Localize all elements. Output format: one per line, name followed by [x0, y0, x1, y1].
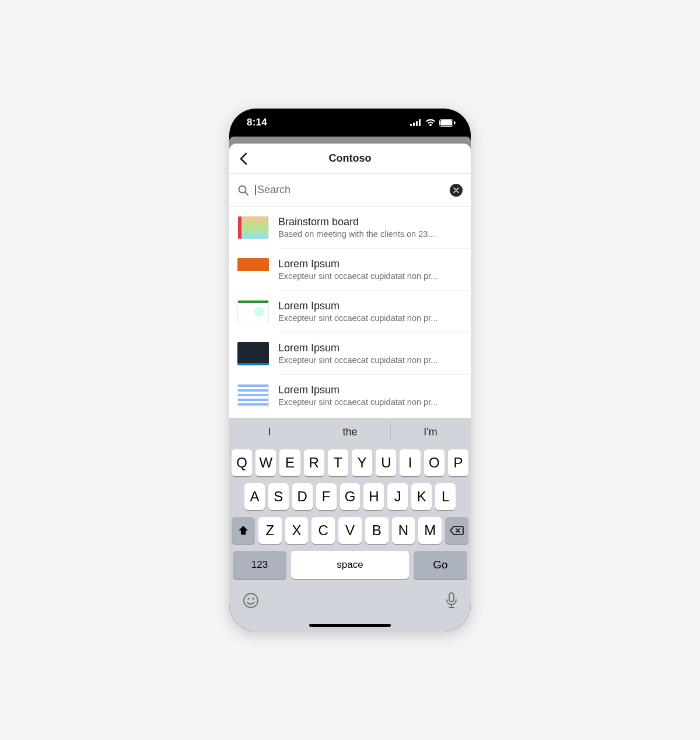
svg-line-8: [246, 192, 249, 195]
clear-search-button[interactable]: [450, 184, 463, 197]
item-subtitle: Excepteur sint occaecat cupidatat non pr…: [278, 397, 463, 407]
results-list: Brainstorm board Based on meeting with t…: [229, 207, 471, 418]
list-item[interactable]: Lorem Ipsum Excepteur sint occaecat cupi…: [237, 249, 471, 290]
key-q[interactable]: Q: [232, 449, 252, 476]
list-item[interactable]: Brainstorm board Based on meeting with t…: [237, 207, 471, 248]
key-u[interactable]: U: [376, 449, 396, 476]
thumbnail: [237, 384, 269, 407]
key-h[interactable]: H: [363, 483, 384, 510]
battery-icon: [439, 119, 456, 127]
space-key[interactable]: space: [291, 551, 409, 579]
phone-frame: 8:14 Contoso Search Brainsto: [229, 109, 471, 631]
key-x[interactable]: X: [285, 517, 309, 544]
key-y[interactable]: Y: [352, 449, 372, 476]
item-subtitle: Excepteur sint occaecat cupidatat non pr…: [278, 271, 463, 281]
thumbnail: [237, 300, 269, 323]
cellular-icon: [410, 119, 422, 126]
key-j[interactable]: J: [387, 483, 408, 510]
item-title: Lorem Ipsum: [278, 258, 463, 270]
svg-rect-3: [419, 119, 421, 126]
suggestion[interactable]: I: [229, 418, 310, 446]
suggestion[interactable]: I'm: [390, 418, 471, 446]
content-sheet: Contoso Search Brainstorm board Based on…: [229, 144, 471, 418]
svg-point-11: [252, 598, 254, 599]
item-title: Brainstorm board: [278, 216, 463, 228]
key-d[interactable]: D: [292, 483, 313, 510]
keyboard-row-2: A S D F G H J K L: [232, 483, 468, 510]
item-title: Lorem Ipsum: [278, 384, 463, 396]
back-button[interactable]: [229, 144, 257, 173]
svg-point-7: [239, 186, 246, 193]
status-bar: 8:14: [229, 109, 471, 137]
go-key[interactable]: Go: [414, 551, 467, 579]
backspace-key[interactable]: [445, 517, 468, 544]
key-p[interactable]: P: [448, 449, 468, 476]
thumbnail: [237, 258, 269, 281]
svg-point-9: [244, 594, 258, 608]
keyboard: I the I'm Q W E R T Y U I O P A S D F: [229, 418, 471, 631]
svg-rect-12: [449, 593, 454, 602]
shift-key[interactable]: [232, 517, 255, 544]
svg-rect-5: [440, 120, 452, 125]
key-t[interactable]: T: [328, 449, 348, 476]
key-o[interactable]: O: [424, 449, 444, 476]
search-icon: [237, 184, 249, 196]
key-w[interactable]: W: [256, 449, 276, 476]
key-a[interactable]: A: [244, 483, 265, 510]
svg-rect-6: [454, 121, 456, 124]
key-r[interactable]: R: [304, 449, 324, 476]
key-v[interactable]: V: [338, 517, 362, 544]
key-i[interactable]: I: [400, 449, 420, 476]
svg-rect-0: [410, 124, 412, 126]
backspace-icon: [450, 525, 464, 536]
svg-point-10: [247, 598, 249, 599]
keyboard-row-4: 123 space Go: [232, 551, 468, 579]
shift-icon: [237, 525, 249, 536]
key-l[interactable]: L: [435, 483, 456, 510]
list-item[interactable]: Lorem Ipsum Excepteur sint occaecat cupi…: [237, 291, 471, 332]
nav-bar: Contoso: [229, 144, 471, 174]
search-input[interactable]: Search: [255, 184, 444, 196]
item-title: Lorem Ipsum: [278, 342, 463, 354]
key-n[interactable]: N: [392, 517, 415, 544]
thumbnail: [237, 342, 269, 365]
key-c[interactable]: C: [312, 517, 335, 544]
suggestion-bar: I the I'm: [229, 418, 471, 446]
key-b[interactable]: B: [365, 517, 388, 544]
search-bar[interactable]: Search: [229, 174, 471, 207]
mic-icon[interactable]: [445, 592, 458, 609]
item-subtitle: Based on meeting with the clients on 23.…: [278, 229, 463, 239]
key-k[interactable]: K: [411, 483, 432, 510]
suggestion[interactable]: the: [310, 418, 390, 446]
chevron-left-icon: [239, 152, 247, 165]
thumbnail: [237, 216, 269, 239]
item-subtitle: Excepteur sint occaecat cupidatat non pr…: [278, 355, 463, 365]
emoji-icon[interactable]: [242, 592, 260, 609]
numbers-key[interactable]: 123: [233, 551, 286, 579]
key-f[interactable]: F: [316, 483, 337, 510]
svg-rect-1: [413, 123, 415, 126]
keyboard-row-3: Z X C V B N M: [232, 517, 468, 544]
item-title: Lorem Ipsum: [278, 300, 463, 312]
key-m[interactable]: M: [418, 517, 442, 544]
key-g[interactable]: G: [340, 483, 360, 510]
keyboard-row-1: Q W E R T Y U I O P: [232, 449, 468, 476]
svg-rect-2: [416, 121, 418, 126]
list-item[interactable]: Lorem Ipsum Excepteur sint occaecat cupi…: [237, 333, 471, 374]
key-e[interactable]: E: [279, 449, 300, 476]
list-item[interactable]: Lorem Ipsum Excepteur sint occaecat cupi…: [237, 375, 471, 416]
home-indicator[interactable]: [309, 624, 391, 627]
page-title: Contoso: [229, 152, 471, 165]
status-time: 8:14: [247, 117, 267, 128]
status-icons: [410, 119, 456, 127]
item-subtitle: Excepteur sint occaecat cupidatat non pr…: [278, 313, 463, 323]
close-icon: [453, 187, 459, 193]
key-z[interactable]: Z: [258, 517, 282, 544]
key-s[interactable]: S: [268, 483, 289, 510]
wifi-icon: [425, 119, 436, 126]
